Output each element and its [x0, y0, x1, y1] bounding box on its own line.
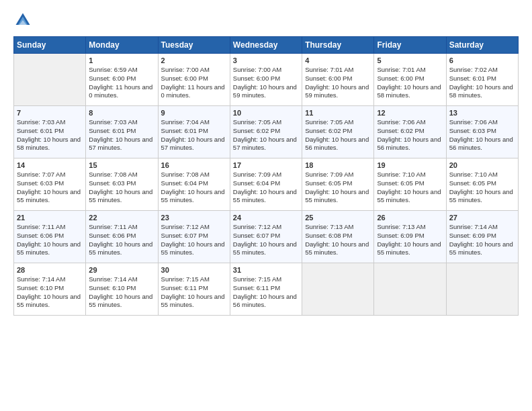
cell-sun-info: Sunrise: 7:00 AM Sunset: 6:00 PM Dayligh… [161, 66, 227, 100]
day-number: 4 [305, 56, 371, 64]
day-number: 27 [449, 214, 515, 222]
calendar-cell: 26Sunrise: 7:13 AM Sunset: 6:09 PM Dayli… [374, 211, 446, 263]
header [13, 11, 519, 30]
calendar-week-row: 7Sunrise: 7:03 AM Sunset: 6:01 PM Daylig… [14, 106, 519, 158]
day-number: 25 [305, 214, 371, 222]
day-number: 29 [89, 266, 154, 274]
weekday-header: Thursday [302, 37, 374, 54]
day-number: 2 [161, 56, 227, 64]
day-number: 1 [89, 56, 154, 64]
cell-sun-info: Sunrise: 7:03 AM Sunset: 6:01 PM Dayligh… [89, 118, 154, 152]
calendar-cell: 17Sunrise: 7:09 AM Sunset: 6:04 PM Dayli… [230, 158, 302, 211]
cell-sun-info: Sunrise: 7:03 AM Sunset: 6:01 PM Dayligh… [17, 118, 83, 152]
day-number: 24 [233, 214, 299, 222]
weekday-header-row: SundayMondayTuesdayWednesdayThursdayFrid… [14, 37, 519, 54]
calendar-cell [302, 263, 374, 316]
calendar-cell: 3Sunrise: 7:00 AM Sunset: 6:00 PM Daylig… [230, 54, 302, 106]
calendar-week-row: 1Sunrise: 6:59 AM Sunset: 6:00 PM Daylig… [14, 54, 519, 106]
calendar-cell [446, 263, 518, 316]
calendar-cell: 20Sunrise: 7:10 AM Sunset: 6:05 PM Dayli… [446, 158, 518, 211]
cell-sun-info: Sunrise: 7:01 AM Sunset: 6:00 PM Dayligh… [377, 66, 443, 100]
calendar-cell: 9Sunrise: 7:04 AM Sunset: 6:01 PM Daylig… [158, 106, 230, 158]
calendar-cell: 19Sunrise: 7:10 AM Sunset: 6:05 PM Dayli… [374, 158, 446, 211]
page: SundayMondayTuesdayWednesdayThursdayFrid… [0, 0, 532, 411]
logo [13, 11, 35, 30]
day-number: 26 [377, 214, 443, 222]
calendar-cell: 31Sunrise: 7:15 AM Sunset: 6:11 PM Dayli… [230, 263, 302, 316]
cell-sun-info: Sunrise: 7:11 AM Sunset: 6:06 PM Dayligh… [89, 223, 154, 257]
calendar-cell: 18Sunrise: 7:09 AM Sunset: 6:05 PM Dayli… [302, 158, 374, 211]
weekday-header: Monday [86, 37, 158, 54]
calendar-cell: 28Sunrise: 7:14 AM Sunset: 6:10 PM Dayli… [14, 263, 86, 316]
calendar-week-row: 28Sunrise: 7:14 AM Sunset: 6:10 PM Dayli… [14, 263, 519, 316]
day-number: 13 [449, 109, 515, 117]
calendar-cell: 7Sunrise: 7:03 AM Sunset: 6:01 PM Daylig… [14, 106, 86, 158]
day-number: 3 [233, 56, 299, 64]
cell-sun-info: Sunrise: 7:15 AM Sunset: 6:11 PM Dayligh… [233, 275, 299, 310]
cell-sun-info: Sunrise: 7:06 AM Sunset: 6:03 PM Dayligh… [449, 118, 515, 152]
calendar-week-row: 14Sunrise: 7:07 AM Sunset: 6:03 PM Dayli… [14, 158, 519, 211]
cell-sun-info: Sunrise: 7:05 AM Sunset: 6:02 PM Dayligh… [305, 118, 371, 152]
calendar-cell: 14Sunrise: 7:07 AM Sunset: 6:03 PM Dayli… [14, 158, 86, 211]
calendar-cell [374, 263, 446, 316]
calendar-cell: 23Sunrise: 7:12 AM Sunset: 6:07 PM Dayli… [158, 211, 230, 263]
calendar-cell: 11Sunrise: 7:05 AM Sunset: 6:02 PM Dayli… [302, 106, 374, 158]
cell-sun-info: Sunrise: 7:12 AM Sunset: 6:07 PM Dayligh… [233, 223, 299, 257]
weekday-header: Friday [374, 37, 446, 54]
cell-sun-info: Sunrise: 7:13 AM Sunset: 6:09 PM Dayligh… [377, 223, 443, 257]
cell-sun-info: Sunrise: 7:14 AM Sunset: 6:10 PM Dayligh… [17, 275, 83, 310]
cell-sun-info: Sunrise: 7:09 AM Sunset: 6:05 PM Dayligh… [305, 171, 371, 205]
day-number: 30 [161, 266, 227, 274]
day-number: 14 [17, 161, 83, 169]
day-number: 21 [17, 214, 83, 222]
calendar-cell: 6Sunrise: 7:02 AM Sunset: 6:01 PM Daylig… [446, 54, 518, 106]
weekday-header: Sunday [14, 37, 86, 54]
calendar-cell: 12Sunrise: 7:06 AM Sunset: 6:02 PM Dayli… [374, 106, 446, 158]
day-number: 11 [305, 109, 371, 117]
cell-sun-info: Sunrise: 7:12 AM Sunset: 6:07 PM Dayligh… [161, 223, 227, 257]
cell-sun-info: Sunrise: 7:02 AM Sunset: 6:01 PM Dayligh… [449, 66, 515, 100]
calendar-week-row: 21Sunrise: 7:11 AM Sunset: 6:06 PM Dayli… [14, 211, 519, 263]
calendar-cell: 5Sunrise: 7:01 AM Sunset: 6:00 PM Daylig… [374, 54, 446, 106]
cell-sun-info: Sunrise: 7:13 AM Sunset: 6:08 PM Dayligh… [305, 223, 371, 257]
cell-sun-info: Sunrise: 7:05 AM Sunset: 6:02 PM Dayligh… [233, 118, 299, 152]
calendar-cell: 25Sunrise: 7:13 AM Sunset: 6:08 PM Dayli… [302, 211, 374, 263]
cell-sun-info: Sunrise: 7:06 AM Sunset: 6:02 PM Dayligh… [377, 118, 443, 152]
cell-sun-info: Sunrise: 7:04 AM Sunset: 6:01 PM Dayligh… [161, 118, 227, 152]
day-number: 5 [377, 56, 443, 64]
day-number: 17 [233, 161, 299, 169]
calendar-cell: 13Sunrise: 7:06 AM Sunset: 6:03 PM Dayli… [446, 106, 518, 158]
day-number: 16 [161, 161, 227, 169]
day-number: 19 [377, 161, 443, 169]
calendar-cell: 4Sunrise: 7:01 AM Sunset: 6:00 PM Daylig… [302, 54, 374, 106]
cell-sun-info: Sunrise: 6:59 AM Sunset: 6:00 PM Dayligh… [89, 66, 154, 100]
day-number: 6 [449, 56, 515, 64]
weekday-header: Wednesday [230, 37, 302, 54]
calendar-cell: 27Sunrise: 7:14 AM Sunset: 6:09 PM Dayli… [446, 211, 518, 263]
day-number: 31 [233, 266, 299, 274]
day-number: 8 [89, 109, 154, 117]
calendar-cell: 22Sunrise: 7:11 AM Sunset: 6:06 PM Dayli… [86, 211, 158, 263]
cell-sun-info: Sunrise: 7:10 AM Sunset: 6:05 PM Dayligh… [377, 171, 443, 205]
calendar-cell: 30Sunrise: 7:15 AM Sunset: 6:11 PM Dayli… [158, 263, 230, 316]
calendar-cell: 29Sunrise: 7:14 AM Sunset: 6:10 PM Dayli… [86, 263, 158, 316]
cell-sun-info: Sunrise: 7:00 AM Sunset: 6:00 PM Dayligh… [233, 66, 299, 100]
cell-sun-info: Sunrise: 7:14 AM Sunset: 6:09 PM Dayligh… [449, 223, 515, 257]
calendar-cell: 24Sunrise: 7:12 AM Sunset: 6:07 PM Dayli… [230, 211, 302, 263]
calendar-cell [14, 54, 86, 106]
logo-icon [13, 11, 32, 30]
calendar-cell: 8Sunrise: 7:03 AM Sunset: 6:01 PM Daylig… [86, 106, 158, 158]
day-number: 22 [89, 214, 154, 222]
calendar-cell: 16Sunrise: 7:08 AM Sunset: 6:04 PM Dayli… [158, 158, 230, 211]
calendar-cell: 10Sunrise: 7:05 AM Sunset: 6:02 PM Dayli… [230, 106, 302, 158]
weekday-header: Saturday [446, 37, 518, 54]
cell-sun-info: Sunrise: 7:15 AM Sunset: 6:11 PM Dayligh… [161, 275, 227, 310]
day-number: 20 [449, 161, 515, 169]
calendar-cell: 15Sunrise: 7:08 AM Sunset: 6:03 PM Dayli… [86, 158, 158, 211]
calendar-table: SundayMondayTuesdayWednesdayThursdayFrid… [13, 36, 519, 316]
day-number: 10 [233, 109, 299, 117]
day-number: 18 [305, 161, 371, 169]
day-number: 23 [161, 214, 227, 222]
weekday-header: Tuesday [158, 37, 230, 54]
day-number: 7 [17, 109, 83, 117]
